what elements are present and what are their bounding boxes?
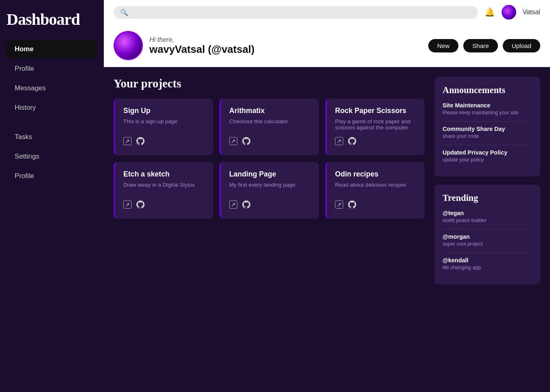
project-card[interactable]: Sign UpThis is a sign-up page↗ [114,98,213,155]
sidebar-item-tasks[interactable]: Tasks [7,128,97,146]
external-link-icon[interactable]: ↗ [335,200,343,209]
user-avatar[interactable] [502,5,516,20]
project-card-icons: ↗ [335,137,416,147]
announcement-item: Site MaintenancePlease keep maintaining … [443,102,532,115]
project-card-title: Etch a sketch [123,170,205,179]
project-card-desc: Checkout this calculator [229,118,311,131]
sidebar-item-profile[interactable]: Profile [7,60,97,78]
project-card-desc: Play a game of rock paper and scissors a… [335,118,416,131]
github-icon[interactable] [348,137,356,147]
trending-item: @teganworld peace builder [443,210,532,223]
external-link-icon[interactable]: ↗ [123,137,131,145]
username-label: Vatsal [523,9,540,16]
profile-name: wavyVatsal (@vatsal) [149,44,254,55]
upload-button[interactable]: Upload [503,39,540,52]
trending-divider [443,229,532,229]
project-card[interactable]: Odin recipesRead about delicious recipes… [325,162,425,219]
trending-divider [443,253,532,253]
project-card-icons: ↗ [229,137,311,147]
project-card[interactable]: ArithmatixCheckout this calculator↗ [219,98,319,155]
new-button[interactable]: New [428,39,458,52]
announcement-item: Updated Privacy Policyupdate your policy [443,149,532,163]
project-card-desc: Read about delicious recipes [335,182,416,194]
project-card-icons: ↗ [123,137,205,147]
main-content: 🔍 🔔 Vatsal Hi there, wavyVatsal (@vatsal… [104,0,550,392]
project-card-desc: My first every landing page [229,182,311,194]
trending-title: Trending [443,193,532,203]
search-container[interactable]: 🔍 [114,6,478,19]
announcements-section: Announcements Site MaintenancePlease kee… [434,77,540,176]
sidebar-item-history[interactable]: History [7,99,97,117]
announcement-title: Site Maintenance [443,102,532,109]
profile-banner: Hi there, wavyVatsal (@vatsal) New Share… [104,24,550,67]
external-link-icon[interactable]: ↗ [123,200,131,209]
search-input[interactable] [131,9,471,16]
github-icon[interactable] [136,137,145,147]
content-area: Your projects Sign UpThis is a sign-up p… [104,67,550,392]
sidebar-item-home[interactable]: Home [7,40,97,58]
trending-desc: life changing app [443,265,532,270]
announcements-title: Announcements [443,85,532,96]
project-card-title: Odin recipes [335,170,416,179]
announcement-desc: Please keep maintaining your site [443,110,532,115]
projects-section: Your projects Sign UpThis is a sign-up p… [114,77,425,382]
trending-handle: @kendall [443,257,532,264]
announcements-list: Site MaintenancePlease keep maintaining … [443,102,532,163]
github-icon[interactable] [242,200,250,211]
external-link-icon[interactable]: ↗ [229,137,237,145]
trending-desc: super cool project [443,241,532,247]
external-link-icon[interactable]: ↗ [335,137,343,145]
banner-actions: New Share Upload [428,39,540,52]
announcement-divider [443,145,532,145]
trending-list: @teganworld peace builder@morgansuper co… [443,210,532,270]
announcement-title: Community Share Day [443,126,532,132]
topbar: 🔍 🔔 Vatsal [104,0,550,24]
trending-handle: @morgan [443,233,532,240]
app-logo: Dashboard [7,10,97,29]
trending-item: @kendalllife changing app [443,257,532,270]
project-card-title: Arithmatix [229,107,311,115]
search-icon: 🔍 [120,9,128,16]
project-card-title: Sign Up [123,107,205,115]
sidebar: Dashboard HomeProfileMessagesHistoryTask… [0,0,104,392]
trending-handle: @tegan [443,210,532,216]
trending-desc: world peace builder [443,218,532,223]
projects-title: Your projects [114,77,425,90]
sidebar-item-messages[interactable]: Messages [7,79,97,97]
greeting-text: Hi there, [149,36,254,44]
share-button[interactable]: Share [463,39,498,52]
project-card-title: Rock Paper Scissors [335,107,416,115]
project-card-icons: ↗ [335,200,416,211]
project-card-desc: Draw away in a Digital Stylus [123,182,205,194]
announcement-item: Community Share Dayshare your code [443,126,532,139]
notification-bell-icon[interactable]: 🔔 [484,7,495,17]
project-card-desc: This is a sign-up page [123,118,205,131]
project-card[interactable]: Landing PageMy first every landing page↗ [219,162,319,219]
right-panel: Announcements Site MaintenancePlease kee… [434,77,540,382]
announcement-title: Updated Privacy Policy [443,149,532,156]
project-card-icons: ↗ [123,200,205,211]
github-icon[interactable] [136,200,145,211]
profile-text: Hi there, wavyVatsal (@vatsal) [149,36,254,55]
project-card-icons: ↗ [229,200,311,211]
project-card-title: Landing Page [229,170,311,179]
announcement-desc: update your policy [443,157,532,163]
github-icon[interactable] [242,137,250,147]
announcement-desc: share your code [443,133,532,139]
github-icon[interactable] [348,200,356,211]
announcement-divider [443,121,532,122]
trending-section: Trending @teganworld peace builder@morga… [434,185,540,284]
profile-avatar [114,31,143,60]
trending-item: @morgansuper cool project [443,233,532,247]
sidebar-item-settings[interactable]: Settings [7,148,97,166]
sidebar-item-profile[interactable]: Profile [7,167,97,185]
external-link-icon[interactable]: ↗ [229,200,237,209]
topbar-right: 🔔 Vatsal [484,5,540,20]
projects-grid: Sign UpThis is a sign-up page↗Arithmatix… [114,98,425,219]
project-card[interactable]: Rock Paper ScissorsPlay a game of rock p… [325,98,425,155]
project-card[interactable]: Etch a sketchDraw away in a Digital Styl… [114,162,213,219]
